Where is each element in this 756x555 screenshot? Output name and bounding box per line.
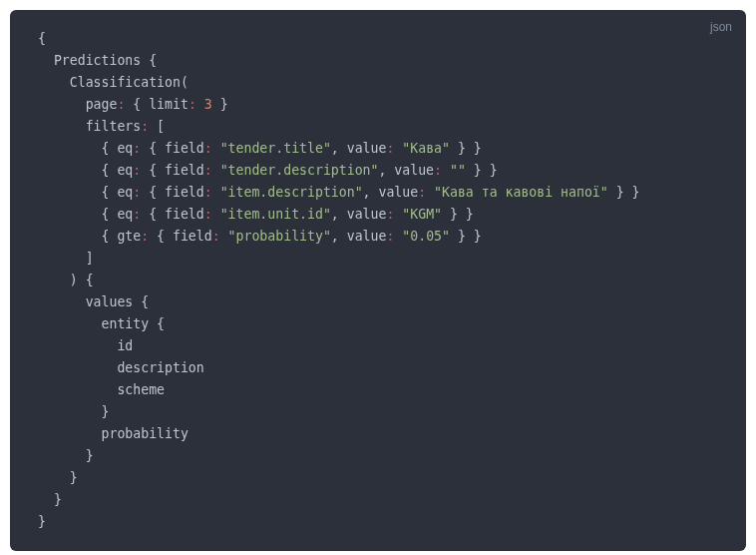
code-token: "Кава та кавові напої" (434, 185, 608, 200)
code-token: { eq (38, 185, 133, 200)
code-line: entity { (38, 316, 165, 331)
code-line: { eq: { field: "item.description", value… (38, 185, 640, 200)
code-token: } } (450, 229, 482, 244)
code-line: { eq: { field: "tender.description", val… (38, 163, 498, 178)
code-line: { (38, 31, 46, 46)
code-token: values { (38, 294, 149, 309)
code-line: Classification( (38, 75, 189, 90)
code-line: ] (38, 251, 94, 266)
code-token: [ (149, 119, 165, 134)
code-token (196, 97, 204, 112)
code-token (426, 185, 434, 200)
language-tag: json (710, 20, 732, 34)
code-token: { field (141, 141, 204, 156)
code-token: : (212, 229, 220, 244)
code-token: { eq (38, 207, 133, 222)
code-token: } } (442, 207, 474, 222)
code-line: } (38, 470, 78, 485)
code-token: : (189, 97, 196, 112)
code-line: scheme (38, 382, 165, 397)
code-token: entity { (38, 316, 165, 331)
code-token: "probability" (228, 229, 331, 244)
code-line: values { (38, 294, 149, 309)
code-token: } } (608, 185, 640, 200)
code-token: { limit (125, 97, 189, 112)
code-line: id (38, 338, 133, 353)
code-token: } (38, 492, 62, 507)
code-token: filters (38, 119, 141, 134)
code-line: { eq: { field: "tender.title", value: "К… (38, 141, 482, 156)
code-token: , value (363, 185, 419, 200)
code-token: { field (141, 185, 204, 200)
code-token: } (38, 404, 109, 419)
code-token: : (418, 185, 426, 200)
code-token: } (38, 448, 94, 463)
code-token: } (212, 97, 228, 112)
code-token: } (38, 470, 78, 485)
code-token: : (434, 163, 442, 178)
code-line: } (38, 514, 46, 529)
code-token: { gte (38, 229, 141, 244)
code-token: { field (141, 207, 204, 222)
code-token (220, 229, 228, 244)
code-token: ) { (38, 273, 94, 287)
code-token (212, 141, 220, 156)
code-token: id (38, 338, 133, 353)
code-content: { Predictions { Classification( page: { … (38, 28, 726, 533)
code-token: : (204, 141, 212, 156)
code-token: } (38, 514, 46, 529)
code-token (212, 185, 220, 200)
code-line: filters: [ (38, 119, 165, 134)
code-token: : (204, 207, 212, 222)
code-token: : (141, 229, 149, 244)
code-line: } (38, 492, 62, 507)
code-token: "item.unit.id" (220, 207, 331, 222)
code-line: } (38, 448, 94, 463)
code-token: , value (331, 207, 387, 222)
code-line: description (38, 360, 204, 375)
code-token: { field (141, 163, 204, 178)
code-token: , value (378, 163, 434, 178)
code-line: Predictions { (38, 53, 157, 68)
code-token: { (38, 31, 46, 46)
code-token: "item.description" (220, 185, 363, 200)
code-token: ] (38, 251, 94, 266)
code-token: } } (466, 163, 498, 178)
code-token: page (38, 97, 117, 112)
code-token: scheme (38, 382, 165, 397)
code-token: "0.05" (402, 229, 450, 244)
code-block: json { Predictions { Classification( pag… (10, 10, 746, 551)
code-token: "" (450, 163, 466, 178)
code-token (442, 163, 450, 178)
code-line: { eq: { field: "item.unit.id", value: "K… (38, 207, 474, 222)
code-token: , value (331, 141, 387, 156)
code: { Predictions { Classification( page: { … (38, 31, 640, 529)
code-token: : (204, 163, 212, 178)
code-line: ) { (38, 273, 94, 287)
code-token (212, 207, 220, 222)
code-token: , value (331, 229, 387, 244)
code-token: Predictions { (38, 53, 157, 68)
code-token: 3 (204, 97, 212, 112)
code-line: probability (38, 426, 189, 441)
code-token: { eq (38, 141, 133, 156)
code-token: Classification( (38, 75, 189, 90)
code-token: probability (38, 426, 189, 441)
code-token: "KGM" (402, 207, 442, 222)
code-token: : (204, 185, 212, 200)
code-token: { eq (38, 163, 133, 178)
code-token: } } (450, 141, 482, 156)
code-token (212, 163, 220, 178)
code-token: "tender.title" (220, 141, 331, 156)
code-token: { field (149, 229, 212, 244)
code-token: "tender.description" (220, 163, 379, 178)
code-line: page: { limit: 3 } (38, 97, 228, 112)
code-token: : (141, 119, 149, 134)
code-line: } (38, 404, 109, 419)
code-token: "Кава" (402, 141, 450, 156)
code-token: description (38, 360, 204, 375)
code-line: { gte: { field: "probability", value: "0… (38, 229, 482, 244)
